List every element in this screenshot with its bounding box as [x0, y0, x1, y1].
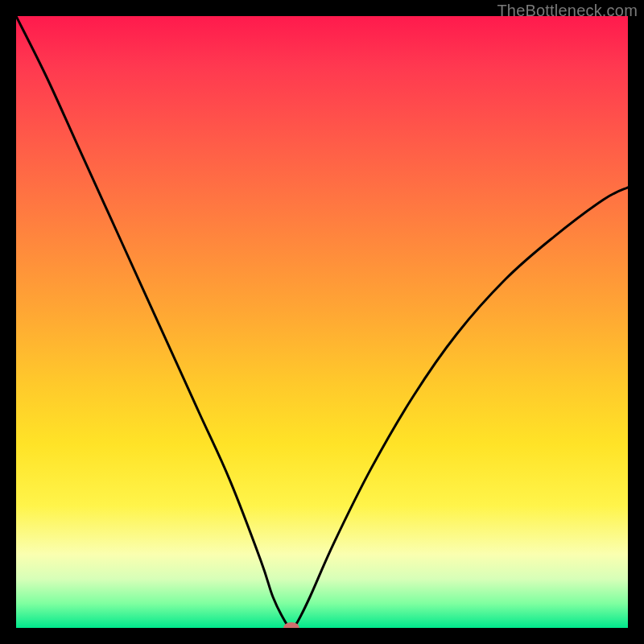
curve-path: [16, 16, 628, 628]
bottleneck-curve: [16, 16, 628, 628]
plot-area: [16, 16, 628, 628]
optimum-marker: [283, 622, 299, 628]
chart-frame: TheBottleneck.com: [0, 0, 644, 644]
